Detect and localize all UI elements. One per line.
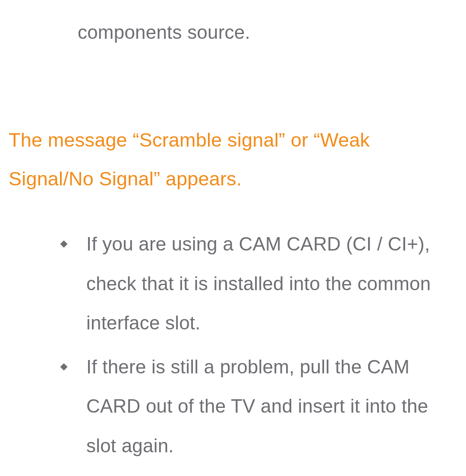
list-item: If you are using a CAM CARD (CI / CI+), …	[9, 224, 457, 343]
trailing-fragment-text: components source.	[78, 17, 457, 47]
instruction-list: If you are using a CAM CARD (CI / CI+), …	[9, 224, 457, 465]
section-heading: The message “Scramble signal” or “Weak S…	[9, 121, 457, 198]
list-item: If there is still a problem, pull the CA…	[9, 347, 457, 466]
document-page: components source. The message “Scramble…	[0, 0, 466, 476]
